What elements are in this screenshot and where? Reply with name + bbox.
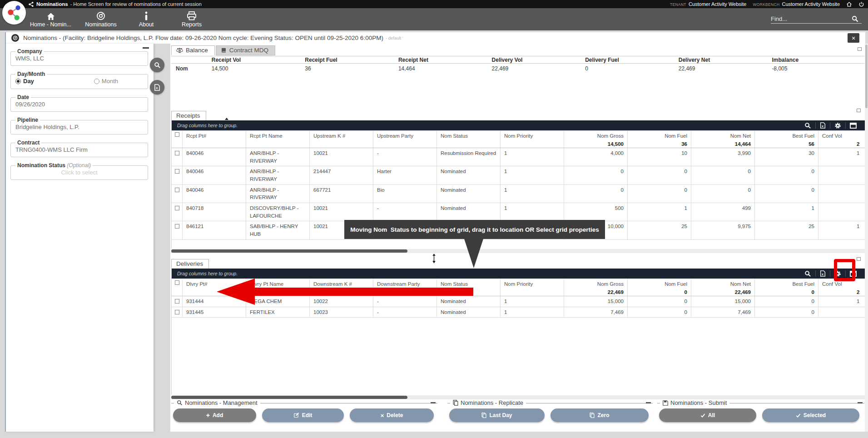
panel-collapse-button[interactable] <box>431 402 436 403</box>
grid-search-icon[interactable] <box>800 270 815 277</box>
column-header-nom-priority[interactable]: Nom Priority <box>501 279 564 296</box>
grid-export-excel-icon[interactable]: x <box>816 122 830 129</box>
delete-button[interactable]: × Delete <box>350 408 434 422</box>
column-header-rcpt-pt-name[interactable]: Rcpt Pt Name <box>246 131 310 148</box>
column-title: Rcpt Pt# <box>186 132 242 140</box>
excel-file-icon: x <box>154 84 160 91</box>
column-header-nom-gross[interactable]: Nom Gross14,500 <box>564 131 628 148</box>
row-checkbox[interactable] <box>172 307 183 318</box>
column-header-nom-net[interactable]: Nom Net14,464 <box>691 131 755 148</box>
sidebar-collapse-button[interactable] <box>143 47 149 49</box>
column-header-upstream-party[interactable]: Upstream Party <box>373 131 437 148</box>
receipts-group-bar[interactable]: Drag columns here to group. x <box>172 120 865 130</box>
row-checkbox[interactable] <box>172 203 183 221</box>
add-button[interactable]: + Add <box>173 408 256 422</box>
column-total: 0 <box>631 289 687 296</box>
column-header-conf-vol[interactable]: Conf Vol2 <box>818 279 865 296</box>
nav-item-reports[interactable]: Reports <box>176 11 208 28</box>
column-header-nom-fuel[interactable]: Nom Fuel36 <box>628 131 691 148</box>
grid-maximize-icon[interactable] <box>846 123 861 129</box>
last-day-button[interactable]: Last Day <box>449 408 545 422</box>
nav-label: Reports <box>182 21 202 28</box>
app-logo[interactable] <box>2 1 26 25</box>
sidebar-search-button[interactable] <box>150 58 164 72</box>
nav-item-home[interactable]: Home - Nomin... <box>30 11 71 28</box>
deliveries-section-label[interactable]: Deliveries <box>171 259 209 269</box>
column-header-nom-gross[interactable]: Nom Gross22,469 <box>564 279 628 296</box>
company-value[interactable]: WMS, LLC <box>15 55 144 63</box>
zero-button[interactable]: Zero <box>551 408 649 422</box>
svg-text:x: x <box>156 86 158 90</box>
row-checkbox[interactable] <box>172 221 183 239</box>
grid-export-excel-icon[interactable]: x <box>816 270 830 277</box>
cell: 1 <box>818 296 865 307</box>
row-checkbox[interactable] <box>172 166 183 184</box>
nav-item-nominations[interactable]: Nominations <box>85 11 117 28</box>
company-field[interactable]: Company WMS, LLC <box>10 48 148 66</box>
nav-label: About <box>139 21 154 28</box>
column-header-best-fuel[interactable]: Best Fuel0 <box>755 279 818 296</box>
checkbox-icon <box>175 224 179 229</box>
grid-search-icon[interactable] <box>800 122 815 129</box>
contract-field[interactable]: Contract TRNG0400-WMS LLC Firm <box>10 139 148 157</box>
date-field[interactable]: Date 09/26/2020 <box>10 94 148 112</box>
nav-item-about[interactable]: About <box>130 11 162 28</box>
deliveries-hscroll-thumb[interactable] <box>171 396 407 399</box>
panel-collapse-button[interactable] <box>858 402 863 403</box>
panel-collapse-button[interactable] <box>646 402 651 403</box>
submit-selected-button[interactable]: Selected <box>762 408 859 422</box>
deliveries-expand-icon[interactable] <box>857 257 861 261</box>
grid-settings-gear-icon[interactable] <box>830 122 845 129</box>
balance-expand-icon[interactable] <box>858 47 862 51</box>
month-radio[interactable]: Month <box>94 78 118 85</box>
deliveries-group-bar[interactable]: Drag columns here to group. x <box>172 269 865 279</box>
day-radio[interactable]: Day <box>15 78 34 85</box>
contract-value[interactable]: TRNG0400-WMS LLC Firm <box>15 146 144 154</box>
column-header-best-fuel[interactable]: Best Fuel56 <box>755 131 818 148</box>
nominations-nav-icon <box>96 11 105 20</box>
receipts-section-label[interactable]: Receipts <box>171 111 206 120</box>
column-header-rcpt-pt-[interactable]: Rcpt Pt# <box>183 131 246 148</box>
submit-all-button[interactable]: All <box>659 408 756 422</box>
cell <box>818 203 865 221</box>
column-header-upstream-k-[interactable]: Upstream K # <box>310 131 373 148</box>
vertical-scroll-thumb[interactable] <box>865 45 868 108</box>
column-title: Downstream K # <box>313 280 369 288</box>
row-checkbox[interactable] <box>172 185 183 203</box>
column-header-nom-fuel[interactable]: Nom Fuel0 <box>628 279 691 296</box>
sidebar-export-excel-button[interactable]: x <box>150 80 164 95</box>
nomination-status-placeholder[interactable]: Click to select <box>15 169 144 177</box>
home-icon[interactable] <box>846 1 852 7</box>
cell: Resubmission Required <box>437 148 501 166</box>
column-total: 14,464 <box>695 140 751 148</box>
edit-button[interactable]: Edit <box>262 408 344 422</box>
cell: 25 <box>755 221 818 239</box>
column-header-nom-priority[interactable]: Nom Priority <box>501 131 564 148</box>
month-radio-label: Month <box>102 78 118 85</box>
power-icon[interactable] <box>858 1 864 7</box>
select-all-checkbox[interactable] <box>172 279 183 296</box>
date-value[interactable]: 09/26/2020 <box>15 100 144 109</box>
tab-strip: Balance Contract MDQ <box>171 45 275 55</box>
search-icon[interactable] <box>852 15 858 22</box>
column-header-conf-vol[interactable]: Conf Vol2 <box>818 131 865 148</box>
table-row: 840718DISCOVERY/BHLP - LAFOURCHE10021-No… <box>172 203 865 221</box>
column-header-nom-net[interactable]: Nom Net22,469 <box>691 279 755 296</box>
column-header-nom-status[interactable]: Nom Status <box>437 131 501 148</box>
find-input[interactable] <box>771 15 848 22</box>
tab-balance[interactable]: Balance <box>171 45 215 55</box>
receipts-expand-icon[interactable] <box>857 109 861 112</box>
row-checkbox[interactable] <box>172 148 183 166</box>
select-all-checkbox[interactable] <box>172 131 183 148</box>
pipeline-value[interactable]: Bridgeline Holdings, L.P. <box>15 123 144 131</box>
row-checkbox[interactable] <box>172 296 183 307</box>
cell: 10 <box>628 148 691 166</box>
save-icon <box>663 400 668 406</box>
pipeline-field[interactable]: Pipeline Bridgeline Holdings, L.P. <box>10 117 148 134</box>
cell: 15,000 <box>564 296 628 307</box>
tab-contract-mdq[interactable]: Contract MDQ <box>216 45 275 55</box>
receipts-hscroll-thumb[interactable] <box>171 249 407 253</box>
close-button[interactable]: × <box>848 33 859 43</box>
cell: 1 <box>628 203 691 221</box>
nomination-status-field[interactable]: Nomination Status (Optional) Click to se… <box>10 162 148 180</box>
